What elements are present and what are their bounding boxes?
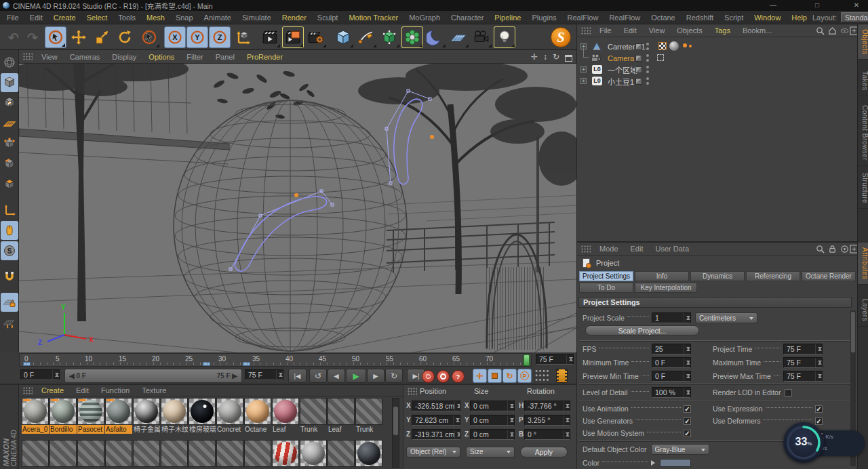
material-item[interactable]: [77, 440, 104, 467]
material-item[interactable]: Asfalto: [105, 398, 132, 434]
scrollbar-thumb[interactable]: [851, 312, 855, 352]
material-item[interactable]: Acera_0: [22, 398, 49, 434]
menu-render[interactable]: Render: [277, 11, 312, 24]
previous-key-button[interactable]: ↺: [309, 369, 327, 383]
texture-mode-button[interactable]: [1, 94, 18, 113]
coordinate-system-button[interactable]: [232, 26, 254, 48]
material-menu-create[interactable]: Create: [35, 386, 70, 394]
record-keyframe-button[interactable]: [422, 370, 435, 383]
menu-create[interactable]: Create: [48, 11, 81, 24]
menu-redshift[interactable]: Redshift: [681, 11, 719, 24]
editor-visibility-dot[interactable]: [646, 66, 649, 68]
key-rotation-toggle[interactable]: ↻: [502, 369, 517, 383]
fps-field[interactable]: 25: [652, 344, 691, 354]
use-expression-checkbox[interactable]: ✓: [815, 405, 823, 413]
next-frame-button[interactable]: ▶: [367, 369, 384, 383]
object-origin-point[interactable]: [294, 193, 298, 197]
autokey-button[interactable]: [437, 370, 450, 383]
make-editable-button[interactable]: [1, 53, 18, 72]
tab-to-do[interactable]: To Do: [579, 283, 633, 293]
material-item[interactable]: Octane: [244, 398, 271, 434]
project-scale-unit-dropdown[interactable]: Centimeters: [695, 312, 757, 323]
mograph-cloner-button[interactable]: [401, 26, 423, 48]
menu-tools[interactable]: Tools: [113, 11, 141, 24]
material-item[interactable]: Trunk: [300, 398, 327, 434]
menu-window[interactable]: Window: [749, 11, 786, 24]
viewport-3d-scene[interactable]: Y X Z: [19, 64, 576, 352]
tweak-mode-button[interactable]: [1, 221, 18, 240]
material-item[interactable]: [133, 440, 160, 467]
menu-snap[interactable]: Snap: [170, 11, 199, 24]
preview-range-slider[interactable]: ◀ 0 F 75 F ▶: [64, 369, 242, 383]
menu-realflow-1[interactable]: RealFlow: [562, 11, 604, 24]
tab-objects[interactable]: Objects: [858, 24, 868, 60]
menu-motion-tracker[interactable]: Motion Tracker: [343, 11, 403, 24]
material-item[interactable]: [189, 440, 216, 467]
om-menu-view[interactable]: View: [643, 26, 671, 35]
workplane-mode-button[interactable]: [1, 114, 18, 133]
layout-dropdown[interactable]: Standard: [841, 12, 868, 22]
tab-layers[interactable]: Layers: [858, 294, 868, 327]
size-mode-dropdown[interactable]: Size: [466, 447, 515, 457]
material-tag-icon[interactable]: [669, 41, 679, 51]
object-origin-point[interactable]: [430, 135, 434, 139]
goto-start-button[interactable]: |◀: [288, 369, 307, 383]
apply-button[interactable]: Apply: [520, 447, 568, 457]
attr-menu-mode[interactable]: Mode: [593, 245, 625, 253]
material-thumbnail[interactable]: [300, 398, 327, 425]
render-visibility-dot[interactable]: [646, 47, 649, 50]
viewport-dolly-icon[interactable]: ↕: [543, 52, 547, 62]
material-item[interactable]: Bordillo: [50, 398, 77, 434]
scale-project-button[interactable]: Scale Project...: [585, 325, 699, 335]
axis-lock-z-button[interactable]: Z: [209, 26, 231, 48]
next-key-button[interactable]: ↻: [385, 369, 403, 383]
rotate-tool[interactable]: [114, 26, 136, 48]
use-generators-checkbox[interactable]: ✓: [684, 417, 691, 425]
viewport-rotate-icon[interactable]: ↻: [553, 52, 559, 62]
menu-pipeline[interactable]: Pipeline: [489, 11, 526, 24]
om-menu-bookmarks[interactable]: Bookm...: [736, 26, 778, 35]
axis-lock-y-button[interactable]: Y: [186, 26, 208, 48]
menu-character[interactable]: Character: [446, 11, 489, 24]
last-used-tool[interactable]: [138, 26, 160, 48]
material-menu-texture[interactable]: Texture: [136, 386, 172, 394]
layer-toggle[interactable]: [635, 55, 642, 62]
material-thumbnail[interactable]: [105, 398, 132, 425]
tab-takes[interactable]: Takes: [858, 66, 868, 96]
subdivision-surface-button[interactable]: [378, 26, 400, 48]
edges-mode-button[interactable]: [1, 155, 18, 174]
color-swatch[interactable]: [660, 459, 691, 467]
key-position-toggle[interactable]: ✛: [473, 369, 487, 383]
use-motion-system-checkbox[interactable]: ✓: [684, 430, 691, 437]
project-scale-field[interactable]: 1: [652, 312, 691, 323]
material-item[interactable]: [50, 440, 77, 467]
search-icon[interactable]: [816, 245, 825, 253]
texture-tag-icon[interactable]: [658, 42, 667, 50]
material-thumbnail[interactable]: [50, 398, 77, 425]
model-mode-button[interactable]: [1, 73, 18, 92]
menu-script[interactable]: Script: [719, 11, 749, 24]
scale-tool[interactable]: [91, 26, 113, 48]
render-settings-button[interactable]: [305, 26, 327, 48]
material-thumbnail[interactable]: [77, 398, 104, 425]
om-menu-file[interactable]: File: [593, 26, 618, 35]
tab-info[interactable]: Info: [635, 271, 689, 281]
maximize-button[interactable]: □: [807, 0, 827, 11]
editor-visibility-dot[interactable]: [646, 54, 649, 57]
key-scale-toggle[interactable]: [488, 369, 502, 383]
tab-attributes[interactable]: Attributes: [858, 243, 868, 285]
redo-button[interactable]: ↷: [22, 26, 43, 48]
add-primitive-button[interactable]: [332, 26, 354, 48]
add-light-button[interactable]: [494, 26, 515, 48]
position-z-field[interactable]: -319.371 cm: [412, 429, 460, 440]
play-button[interactable]: ▶: [346, 369, 366, 383]
render-to-picture-viewer-button[interactable]: [282, 26, 304, 48]
coordinate-mode-dropdown[interactable]: Object (Rel): [406, 447, 460, 457]
soft-selection-button[interactable]: S: [1, 241, 18, 260]
viewport-menu-options[interactable]: Options: [142, 53, 180, 61]
tab-referencing[interactable]: Referencing: [746, 271, 800, 281]
menu-select[interactable]: Select: [81, 11, 113, 24]
target-icon[interactable]: [840, 245, 849, 253]
layer-toggle[interactable]: [635, 66, 642, 73]
viewport-menu-cameras[interactable]: Cameras: [64, 53, 106, 61]
